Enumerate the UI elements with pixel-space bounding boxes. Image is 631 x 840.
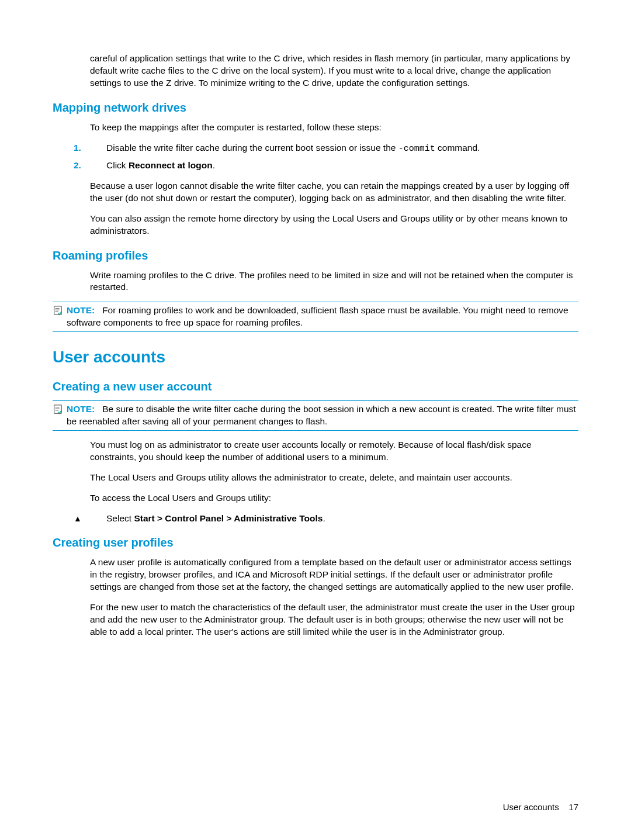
reconnect-at-logon-label: Reconnect at logon: [129, 160, 213, 170]
page-footer: User accounts 17: [503, 801, 578, 813]
heading-creating-user-profiles: Creating user profiles: [53, 535, 578, 551]
step-number-1: 1.: [90, 142, 106, 154]
note-icon: [53, 405, 63, 415]
mapping-para-3: You can also assign the remote home dire…: [90, 213, 578, 237]
mapping-step-2: 2.Click Reconnect at logon.: [90, 160, 578, 172]
note-label: NOTE:: [67, 404, 95, 414]
mapping-para-2: Because a user logon cannot disable the …: [90, 180, 578, 205]
roaming-section: Write roaming profiles to the C drive. T…: [90, 269, 578, 294]
mapping-step-1: 1.Disable the write filter cache during …: [90, 142, 578, 155]
create-account-para-1: You must log on as administrator to crea…: [90, 439, 578, 464]
create-account-para-3: To access the Local Users and Groups uti…: [90, 492, 578, 504]
note-label: NOTE:: [67, 305, 95, 315]
step2-text-post: .: [213, 160, 215, 170]
mapping-section: To keep the mappings after the computer …: [90, 122, 578, 237]
heading-creating-new-account: Creating a new user account: [53, 379, 578, 395]
step1-text-post: command.: [435, 143, 480, 153]
create-account-note-box: NOTE: Be sure to disable the write filte…: [53, 400, 578, 431]
access-step-pre: Select: [106, 513, 134, 523]
commit-code: -commit: [398, 144, 435, 154]
step1-text-pre: Disable the write filter cache during th…: [106, 143, 398, 153]
heading-roaming-profiles: Roaming profiles: [53, 248, 578, 264]
menu-path-label: Start > Control Panel > Administrative T…: [134, 513, 323, 523]
create-account-section: You must log on as administrator to crea…: [90, 439, 578, 525]
roaming-note-text: For roaming profiles to work and be down…: [67, 305, 568, 327]
document-page: careful of application settings that wri…: [0, 0, 631, 840]
creating-profiles-section: A new user profile is automatically conf…: [90, 556, 578, 638]
intro-paragraph-block: careful of application settings that wri…: [90, 53, 578, 89]
create-account-note-text: Be sure to disable the write filter cach…: [67, 404, 576, 426]
access-steps: ▲Select Start > Control Panel > Administ…: [90, 513, 578, 525]
create-account-para-2: The Local Users and Groups utility allow…: [90, 472, 578, 484]
create-account-note-text-wrap: NOTE: Be sure to disable the write filte…: [67, 403, 578, 428]
creating-profiles-para-2: For the new user to match the characteri…: [90, 602, 578, 638]
access-step-post: .: [323, 513, 325, 523]
mapping-intro: To keep the mappings after the computer …: [90, 122, 578, 134]
roaming-note-box: NOTE: For roaming profiles to work and b…: [53, 302, 578, 332]
note-icon: [53, 306, 63, 316]
roaming-para-1: Write roaming profiles to the C drive. T…: [90, 269, 578, 294]
roaming-note-text-wrap: NOTE: For roaming profiles to work and b…: [67, 305, 578, 329]
creating-profiles-para-1: A new user profile is automatically conf…: [90, 556, 578, 593]
mapping-steps: 1.Disable the write filter cache during …: [90, 142, 578, 172]
triangle-bullet-icon: ▲: [90, 513, 106, 524]
intro-paragraph: careful of application settings that wri…: [90, 53, 578, 89]
footer-section: User accounts: [503, 802, 559, 812]
access-step-1: ▲Select Start > Control Panel > Administ…: [90, 513, 578, 525]
heading-mapping-network-drives: Mapping network drives: [53, 100, 578, 116]
step-number-2: 2.: [90, 160, 106, 172]
step2-text-pre: Click: [106, 160, 129, 170]
heading-user-accounts: User accounts: [53, 346, 578, 368]
footer-page-number: 17: [568, 802, 578, 812]
